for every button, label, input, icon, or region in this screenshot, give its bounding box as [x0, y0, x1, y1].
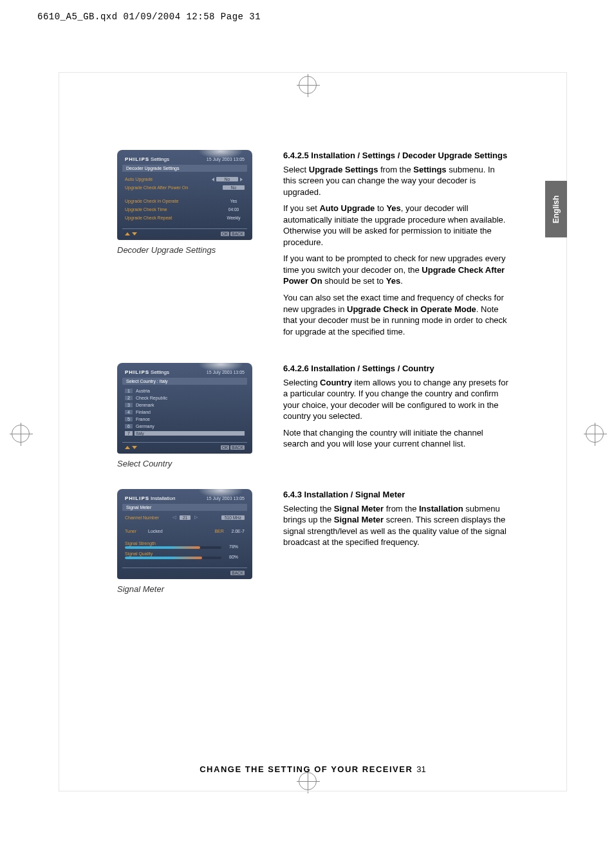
country-name: Finland [135, 410, 245, 414]
option-row: Upgrade Check RepeatWeekly [125, 214, 245, 221]
tv-foot-buttons: OKBACK [219, 445, 245, 450]
screenshot-signal-meter: PHILIPS Installation 15 July 2003 13:05 … [117, 489, 252, 579]
signal-strength-pct: 78% [229, 544, 238, 549]
tv-subtitle: Decoder Upgrade Settings [122, 165, 247, 172]
tv-screen-title: Settings [151, 369, 169, 375]
country-index: 4 [125, 410, 133, 414]
country-row: 3Denmark [125, 402, 245, 409]
registration-mark [12, 425, 30, 443]
ber-label: BER [214, 529, 227, 533]
country-name: France [135, 417, 245, 421]
tv-screen-title: Installation [151, 495, 175, 501]
country-name: Denmark [135, 403, 245, 407]
tv-foot-buttons: BACK [229, 571, 245, 575]
option-row: Upgrade Check in OperateYes [125, 198, 245, 205]
tv-brand: PHILIPS [125, 495, 149, 501]
tv-subtitle: Select Country : Italy [122, 378, 247, 385]
print-slug: 6610_A5_GB.qxd 01/09/2004 12:58 Page 31 [37, 12, 261, 22]
body-text: Selecting Country item allows you to cha… [283, 377, 508, 422]
country-row: 7Italy [125, 430, 245, 437]
country-index: 5 [125, 417, 133, 421]
frequency-value: 510 MHz [221, 515, 245, 520]
country-row: 6Germany [125, 423, 245, 430]
ber-value: 2.0E-7 [231, 529, 245, 533]
channel-number-value: 21 [180, 515, 191, 520]
figure-caption: Select Country [117, 459, 252, 468]
section-heading: 6.4.3 Installation / Signal Meter [283, 489, 508, 501]
chevron-right-icon [240, 178, 243, 181]
option-label: Upgrade Check Time [125, 207, 223, 212]
option-row: Upgrade Check Time04:00 [125, 206, 245, 213]
tv-brand: PHILIPS [125, 369, 149, 375]
body-text: Selecting the Signal Meter from the Inst… [283, 503, 508, 548]
tuner-label: Tuner [125, 529, 144, 533]
country-index: 1 [125, 389, 133, 393]
nav-arrows-icon [125, 232, 137, 235]
signal-strength-bar: 78% [125, 546, 221, 549]
signal-strength-label: Signal Strength [125, 541, 245, 546]
section-heading: 6.4.2.5 Installation / Settings / Decode… [283, 150, 508, 162]
country-index: 2 [125, 396, 133, 400]
page-frame: English PHILIPS Settings 15 July 2003 13… [59, 72, 567, 791]
signal-quality-label: Signal Quality [125, 551, 245, 556]
option-value: 04:00 [223, 207, 245, 212]
country-index: 7 [125, 431, 133, 436]
country-row: 1Austria [125, 387, 245, 394]
nav-arrows-icon [125, 446, 137, 449]
chevron-left-icon: ◁ [172, 515, 176, 520]
body-text: If you want to be prompted to check for … [283, 253, 508, 287]
option-value: Weekly [223, 216, 245, 220]
page-footer: CHANGE THE SETTING OF YOUR RECEIVER31 [59, 764, 566, 774]
page-content: PHILIPS Settings 15 July 2003 13:05 Deco… [117, 150, 555, 614]
tv-foot-buttons: OKBACK [219, 232, 245, 236]
tv-screen-title: Settings [151, 156, 169, 162]
country-name: Italy [135, 431, 245, 436]
figure-caption: Signal Meter [117, 584, 252, 594]
channel-number-label: Channel Number [125, 515, 169, 520]
option-row: Upgrade Check After Power OnNo [125, 184, 245, 191]
chevron-right-icon: ▷ [194, 515, 198, 520]
option-label: Upgrade Check in Operate [125, 199, 223, 203]
section-heading: 6.4.2.6 Installation / Settings / Countr… [283, 363, 508, 374]
registration-mark [586, 425, 604, 443]
screenshot-decoder-upgrade: PHILIPS Settings 15 July 2003 13:05 Deco… [117, 150, 252, 240]
tuner-value: Locked [148, 529, 163, 533]
option-value: No [216, 177, 238, 181]
country-index: 6 [125, 424, 133, 429]
country-index: 3 [125, 403, 133, 407]
chevron-left-icon [212, 178, 214, 181]
option-label: Auto Upgrade [125, 177, 210, 181]
signal-quality-bar: 80% [125, 557, 221, 559]
body-text: If you set Auto Upgrade to Yes, your dec… [283, 203, 508, 248]
body-text: Note that changing the country will init… [283, 427, 508, 450]
body-text: You can also set the exact time and freq… [283, 292, 508, 337]
country-row: 5France [125, 416, 245, 423]
option-label: Upgrade Check Repeat [125, 216, 223, 220]
country-name: Check Republic [135, 396, 245, 400]
tv-subtitle: Signal Meter [122, 504, 247, 511]
figure-caption: Decoder Upgrade Settings [117, 245, 252, 255]
screenshot-select-country: PHILIPS Settings 15 July 2003 13:05 Sele… [117, 363, 252, 454]
country-name: Austria [135, 389, 245, 393]
option-value: Yes [223, 199, 245, 203]
signal-quality-pct: 80% [229, 555, 238, 559]
option-value: No [223, 185, 245, 190]
country-name: Germany [135, 424, 245, 429]
tv-brand: PHILIPS [125, 156, 149, 162]
option-row: Auto UpgradeNo [125, 176, 245, 183]
country-row: 2Check Republic [125, 394, 245, 402]
country-row: 4Finland [125, 409, 245, 416]
body-text: Select Upgrade Settings from the Setting… [283, 164, 508, 198]
option-label: Upgrade Check After Power On [125, 185, 223, 190]
